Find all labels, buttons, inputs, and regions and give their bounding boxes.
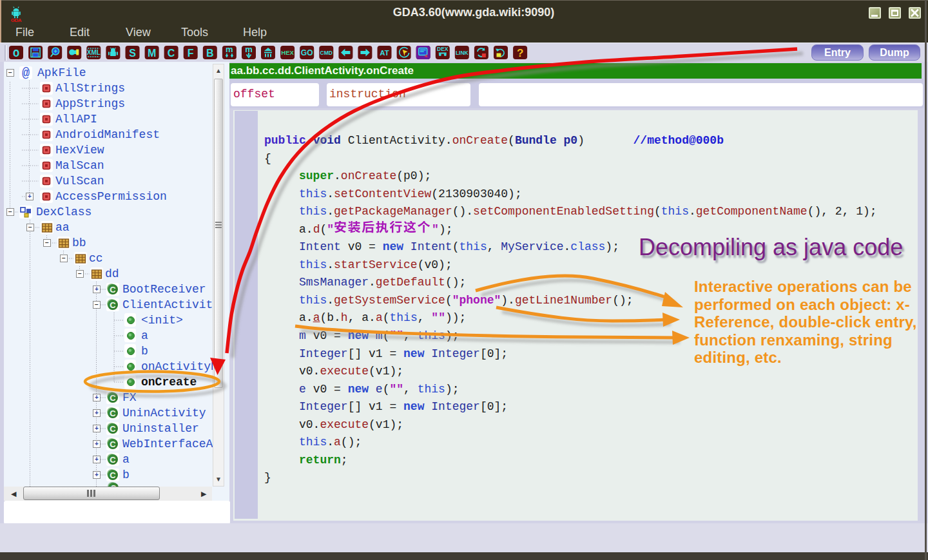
svg-text:C: C: [110, 424, 116, 434]
svg-text:HEX: HEX: [281, 49, 294, 56]
svg-text:CMD: CMD: [320, 50, 333, 56]
svg-text:@: @: [22, 66, 30, 79]
svg-text:C: C: [110, 393, 116, 403]
svg-text:C: C: [110, 285, 116, 294]
svg-text:?: ?: [517, 47, 523, 59]
svg-text:C: C: [110, 470, 116, 480]
svg-text:LINK: LINK: [456, 50, 469, 56]
svg-text:C: C: [110, 455, 116, 465]
svg-text:AT: AT: [380, 49, 389, 57]
svg-text:GO: GO: [301, 48, 313, 57]
svg-text:m: m: [245, 44, 253, 54]
svg-text:C: C: [110, 300, 116, 310]
svg-text:C: C: [110, 439, 116, 449]
svg-text:DEX: DEX: [437, 46, 449, 52]
svg-text:C: C: [110, 409, 116, 418]
